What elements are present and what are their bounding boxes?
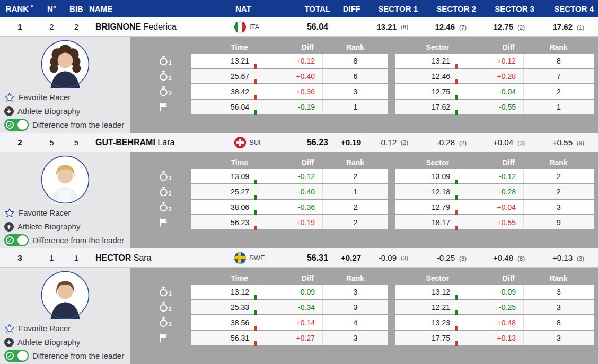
star-icon — [4, 92, 15, 103]
col-diff-label: Diff — [458, 43, 523, 51]
sector2-cell: -0.28(2) — [422, 138, 480, 147]
difference-toggle-row: Difference from the leader — [4, 119, 130, 131]
header-sector3[interactable]: SECTOR 3 — [480, 4, 539, 13]
finish-flag-icon — [130, 100, 191, 114]
time-rank-cell: 2 — [322, 169, 388, 183]
racer-actions: Favorite Racer Athlete Biography Differe… — [4, 207, 130, 246]
split-row-intermediate-1: 1 13.21 +0.12 8 13.21 +0.12 8 — [130, 54, 594, 68]
time-rank-cell: 3 — [322, 300, 388, 314]
athlete-biography-button[interactable]: Athlete Biography — [4, 105, 130, 117]
col-rank-label: Rank — [523, 158, 594, 167]
sector-diff-cell: +0.48 — [458, 315, 523, 330]
header-total[interactable]: TOTAL — [269, 4, 330, 13]
sector3-cell: +0.04(3) — [480, 138, 539, 147]
header-nat[interactable]: NAT — [232, 4, 269, 13]
header-diff[interactable]: DIFF — [330, 4, 364, 13]
racer-bib: 1 — [64, 253, 89, 262]
stopwatch-1-sub: 1 — [169, 60, 172, 66]
header-sector1-label: SECTOR 1 — [378, 4, 418, 13]
sector-value: 12.46 — [432, 72, 450, 81]
time-cell: 38.56 — [191, 315, 257, 330]
sector1-cell: -0.09(3) — [364, 248, 422, 267]
header-rank[interactable]: RANK▼ — [0, 4, 40, 13]
racer-name: HECTOR Sara — [89, 253, 232, 263]
favorite-racer-button[interactable]: Favorite Racer — [4, 322, 130, 334]
time-rank-cell: 3 — [322, 84, 388, 99]
sector-value: 17.75 — [432, 334, 450, 342]
time-value: 38.56 — [231, 318, 249, 327]
sector4-cell: +0.13(3) — [539, 253, 598, 262]
sector-diff-cell: -0.12 — [458, 169, 523, 183]
header-number[interactable]: N° — [40, 4, 64, 13]
sector1-cell: 13.21(8) — [364, 17, 422, 36]
sector-value: 12.18 — [432, 188, 450, 196]
switzerland-flag-icon — [234, 137, 246, 148]
difference-from-leader-toggle[interactable] — [4, 119, 29, 131]
racer-first-name: Sara — [134, 253, 152, 262]
sector-rank-cell: 2 — [523, 184, 594, 199]
difference-from-leader-toggle[interactable] — [4, 234, 29, 246]
toggle-knob — [17, 351, 28, 361]
col-time-label: Time — [191, 43, 257, 51]
favorite-racer-label: Favorite Racer — [19, 208, 71, 217]
header-sector1[interactable]: SECTOR 1 — [364, 4, 422, 13]
header-bib[interactable]: BIB — [64, 4, 89, 13]
time-cell: 25.33 — [191, 300, 257, 314]
col-rank-label: Rank — [322, 158, 388, 167]
sector-rank-cell: 3 — [523, 331, 594, 345]
time-rank-cell: 2 — [322, 200, 388, 214]
split-times-area: Time Diff Rank Sector Diff Rank 1 13.21 … — [130, 37, 598, 133]
split-row-intermediate-3: 3 38.06 -0.36 2 12.79 +0.04 3 — [130, 200, 594, 214]
plus-icon — [4, 222, 14, 232]
time-rank-cell: 1 — [322, 184, 388, 199]
split-row-intermediate-2: 2 25.67 +0.40 6 12.46 +0.28 7 — [130, 69, 594, 83]
racer-name: BRIGNONE Federica — [89, 22, 232, 32]
sector2-value: 12.46 — [435, 22, 455, 31]
athlete-biography-button[interactable]: Athlete Biography — [4, 220, 130, 233]
split-row-finish: 56.31 +0.27 3 17.75 +0.13 3 — [130, 331, 594, 345]
racer-detail-panel: Favorite Racer Athlete Biography Differe… — [0, 37, 598, 133]
plus-icon — [4, 338, 14, 347]
nat-code: SWE — [249, 254, 265, 262]
racer-row[interactable]: 3 1 1 HECTOR Sara SWE 56.31 +0.27 -0.09(… — [0, 248, 598, 268]
favorite-racer-button[interactable]: Favorite Racer — [4, 91, 130, 103]
header-sector2[interactable]: SECTOR 2 — [422, 4, 480, 13]
difference-toggle-label: Difference from the leader — [32, 351, 124, 360]
toggle-knob — [17, 120, 28, 130]
sector1-value: 13.21 — [376, 22, 397, 31]
racer-total-diff: +0.27 — [330, 253, 364, 262]
sector-diff-cell: -0.09 — [458, 285, 523, 299]
sector2-rank: (7) — [459, 24, 473, 31]
sector-diff-cell: -0.25 — [458, 300, 523, 314]
sector-diff-cell: -0.55 — [458, 100, 523, 114]
sector-diff-cell: +0.28 — [458, 69, 523, 83]
difference-from-leader-toggle[interactable] — [4, 350, 29, 362]
col-diff-label: Diff — [458, 274, 523, 282]
favorite-racer-label: Favorite Racer — [19, 324, 71, 333]
time-cell: 56.23 — [191, 215, 257, 229]
time-value: 25.33 — [231, 303, 249, 312]
racer-row[interactable]: 1 2 2 BRIGNONE Federica ITA 56.04 13.21(… — [0, 17, 598, 37]
sector-value: 17.62 — [432, 103, 450, 111]
sector1-rank: (2) — [401, 139, 415, 146]
racer-last-name: HECTOR — [95, 253, 131, 262]
athlete-biography-label: Athlete Biography — [17, 222, 80, 231]
sector-cell: 18.17 — [395, 215, 458, 229]
col-time-label: Time — [191, 274, 257, 282]
athlete-biography-button[interactable]: Athlete Biography — [4, 336, 130, 348]
header-name[interactable]: NAME — [89, 4, 232, 13]
col-diff-label: Diff — [458, 158, 523, 167]
sector1-value: -0.12 — [379, 138, 397, 147]
header-bib-label: BIB — [69, 4, 83, 13]
time-cell: 25.67 — [191, 69, 257, 83]
sector2-rank: (3) — [459, 255, 473, 262]
sector-diff-cell: +0.55 — [458, 215, 523, 229]
sector4-rank: (3) — [577, 255, 591, 262]
toggle-knob — [17, 235, 28, 245]
sector3-value: +0.04 — [493, 138, 513, 147]
header-sector3-label: SECTOR 3 — [495, 4, 534, 13]
racer-row[interactable]: 2 5 5 GUT-BEHRAMI Lara SUI 56.23 +0.19 -… — [0, 133, 598, 152]
racer-detail-panel: Favorite Racer Athlete Biography Differe… — [0, 268, 598, 364]
header-sector4[interactable]: SECTOR 4 — [539, 4, 598, 13]
favorite-racer-button[interactable]: Favorite Racer — [4, 207, 130, 219]
